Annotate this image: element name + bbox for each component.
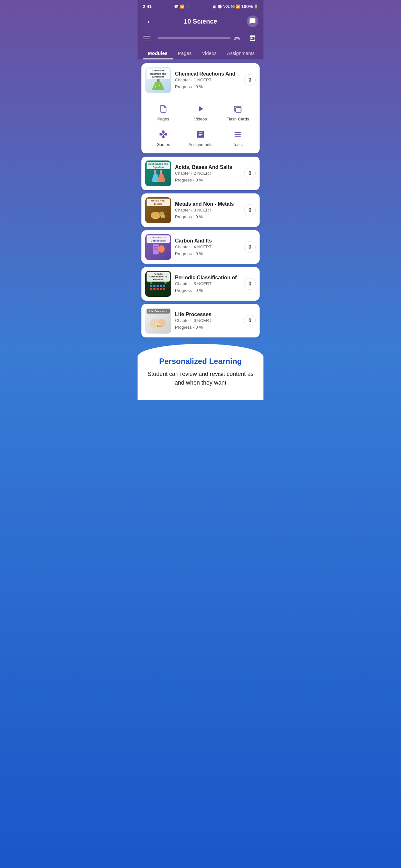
carbon-thumb-label: Carbon & Its Compounds — [147, 236, 170, 243]
module-chapter-4: Chapter - 4 NCERT — [175, 244, 240, 249]
module-info-2[interactable]: Acid, Bases and Equation Acids, Bases An… — [142, 157, 259, 190]
module-thumb-1: Chemical Reaction and Equations — [145, 67, 171, 93]
clock-icon: 🕐 — [218, 4, 222, 9]
module-progress-1: Progress - 0 % — [175, 84, 240, 89]
assignments-icon — [194, 128, 207, 141]
module-title-6: Life Processes — [175, 312, 240, 317]
thumb-image-3: Metals Non-Metals — [145, 197, 171, 223]
promo-title: Personalized Learning — [144, 357, 257, 366]
module-badge-5: 0 — [244, 278, 256, 290]
music-icon: 🎵 — [186, 4, 190, 9]
calendar-icon — [249, 35, 256, 42]
module-info-5[interactable]: Periodic Classification of Elements — [142, 267, 259, 301]
module-card-6: Life Processes Life Life Processes Chapt… — [142, 304, 259, 337]
progress-bar-container — [158, 37, 230, 39]
module-progress-3: Progress - 0 % — [175, 214, 240, 219]
hamburger-button[interactable] — [143, 36, 154, 40]
tab-pages[interactable]: Pages — [173, 48, 197, 59]
svg-rect-11 — [154, 249, 158, 250]
action-flashcards[interactable]: Flash Cards — [220, 100, 256, 124]
module-info-4[interactable]: Carbon & Its Compounds Carbon And Its Ch… — [142, 230, 259, 264]
action-tests[interactable]: Tests — [220, 125, 256, 150]
module-badge-3: 0 — [244, 205, 256, 216]
module-details-2: Acids, Bases And Salts Chapter - 2 NCERT… — [175, 164, 240, 182]
module-title-1: Chemical Reactions And — [175, 71, 240, 77]
svg-rect-14 — [150, 282, 152, 284]
svg-point-1 — [155, 86, 156, 88]
chat-icon — [249, 18, 256, 25]
module-chapter-5: Chapter - 5 NCERT — [175, 281, 240, 286]
module-info-6[interactable]: Life Processes Life Life Processes Chapt… — [142, 304, 259, 337]
promo-section: Personalized Learning Student can review… — [137, 344, 264, 400]
hamburger-line-3 — [143, 40, 150, 40]
module-thumb-2: Acid, Bases and Equation — [145, 160, 171, 186]
module-progress-2: Progress - 0 % — [175, 178, 240, 182]
module-thumb-5: Periodic Classification of Elements — [145, 271, 171, 297]
svg-rect-17 — [153, 285, 156, 287]
svg-rect-4 — [160, 170, 162, 175]
chat-button[interactable] — [247, 16, 258, 27]
module-details-6: Life Processes Chapter - 6 NCERT Progres… — [175, 312, 240, 330]
acid-svg — [150, 168, 166, 183]
action-pages-label: Pages — [157, 117, 169, 121]
module-title-3: Metals and Non - Metals — [175, 201, 240, 207]
svg-rect-15 — [164, 282, 166, 284]
battery-icon: 🔋 — [254, 4, 258, 9]
action-videos-label: Videos — [194, 117, 207, 121]
module-card-2: Acid, Bases and Equation Acids, Bases An… — [142, 157, 259, 190]
svg-rect-24 — [160, 288, 162, 290]
svg-rect-21 — [150, 288, 152, 290]
action-games[interactable]: Games — [145, 125, 181, 150]
module-progress-6: Progress - 0 % — [175, 325, 240, 330]
svg-rect-18 — [157, 285, 159, 287]
progress-area: 0% — [143, 30, 258, 45]
page-title: 10 Science — [184, 18, 217, 25]
header-top: ‹ 10 Science — [143, 16, 258, 30]
module-title-4: Carbon And Its — [175, 238, 240, 244]
svg-rect-22 — [153, 288, 156, 290]
status-icons: 💬 📶 🎵 — [174, 4, 190, 9]
calendar-button[interactable] — [247, 32, 258, 44]
games-icon — [157, 128, 170, 141]
flashcards-icon — [231, 102, 244, 115]
tab-modules[interactable]: Modules — [143, 48, 173, 59]
module-chapter-1: Chapter - 1 NCERT — [175, 78, 240, 82]
periodic-thumb-label: Periodic Classification of Elements — [147, 272, 170, 282]
module-details-3: Metals and Non - Metals Chapter - 3 NCER… — [175, 201, 240, 219]
thumb-image-6: Life Processes Life — [145, 308, 171, 334]
module-details-4: Carbon And Its Chapter - 4 NCERT Progres… — [175, 238, 240, 256]
metals-svg — [150, 206, 167, 220]
module-card-1: Chemical Reaction and Equations Chemical… — [142, 63, 259, 153]
wifi-icon: 📶 — [180, 4, 184, 9]
svg-rect-10 — [154, 246, 158, 247]
metals-thumb-label: Metals Non-Metals — [147, 198, 170, 206]
action-tests-label: Tests — [233, 142, 243, 147]
module-title-5: Periodic Classification of — [175, 275, 240, 281]
module-chapter-3: Chapter - 3 NCERT — [175, 208, 240, 213]
action-flashcards-label: Flash Cards — [226, 117, 249, 121]
module-title-2: Acids, Bases And Salts — [175, 164, 240, 170]
status-right: ⏰ 🕐 VOL 4G 📶 100% 🔋 — [212, 4, 258, 9]
module-info-3[interactable]: Metals Non-Metals Metals and Non - Metal… — [142, 193, 259, 227]
carbon-svg — [150, 242, 166, 257]
tab-videos[interactable]: Videos — [197, 48, 222, 59]
module-card-4: Carbon & Its Compounds Carbon And Its Ch… — [142, 230, 259, 264]
back-button[interactable]: ‹ — [143, 16, 154, 27]
svg-rect-16 — [150, 285, 152, 287]
promo-text: Student can review and revisit content a… — [144, 370, 257, 387]
action-grid-1: Pages Videos Flash Cards Games — [142, 97, 259, 153]
module-info-1[interactable]: Chemical Reaction and Equations Chemical… — [142, 63, 259, 97]
action-videos[interactable]: Videos — [182, 100, 218, 124]
module-card-3: Metals Non-Metals Metals and Non - Metal… — [142, 193, 259, 227]
module-thumb-6: Life Processes Life — [145, 308, 171, 334]
module-thumb-4: Carbon & Its Compounds — [145, 234, 171, 260]
action-pages[interactable]: Pages — [145, 100, 181, 124]
svg-text:Life: Life — [157, 324, 161, 328]
tab-assignments[interactable]: Assignments — [222, 48, 258, 59]
periodic-svg — [150, 281, 167, 294]
module-badge-2: 0 — [244, 167, 256, 179]
thumb-image-4: Carbon & Its Compounds — [145, 234, 171, 260]
battery-text: 100% — [241, 4, 253, 9]
action-assignments[interactable]: Assignments — [182, 125, 218, 150]
module-chapter-6: Chapter - 6 NCERT — [175, 318, 240, 323]
